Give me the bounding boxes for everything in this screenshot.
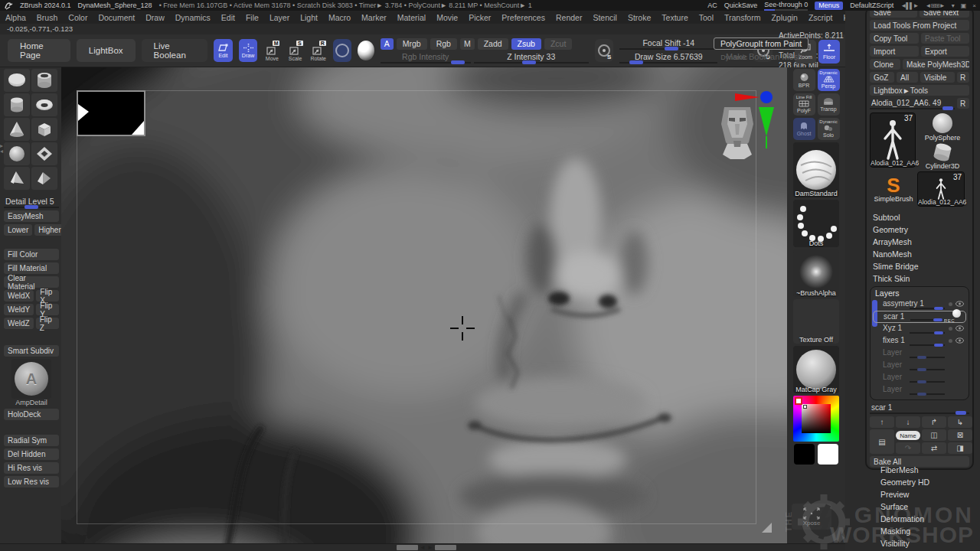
eye-icon[interactable] — [956, 337, 964, 344]
see-through-slider[interactable]: See-through 0 — [764, 1, 808, 11]
section-visibility[interactable]: Visibility — [877, 537, 933, 549]
primitive-cylinder-thumb[interactable] — [4, 93, 30, 116]
menu-draw[interactable]: Draw — [140, 13, 170, 22]
layer-up-button[interactable]: ↑ — [870, 416, 894, 428]
focal-shift-handle[interactable] — [665, 47, 678, 51]
brush-spinner-icon[interactable]: ◄▌▌► — [900, 2, 918, 9]
menu-movie[interactable]: Movie — [431, 13, 463, 22]
section-geometry-hd[interactable]: Geometry HD — [877, 476, 933, 488]
current-texture-thumb[interactable]: Texture Off — [793, 299, 839, 344]
layer-down-button[interactable]: ↓ — [896, 416, 920, 428]
layer-delete-button[interactable]: ⊠ — [948, 429, 972, 441]
make-polymesh3d-button[interactable]: Make PolyMesh3D — [903, 59, 969, 70]
eye-icon[interactable] — [956, 301, 964, 307]
menu-marker[interactable]: Marker — [356, 13, 392, 22]
home-page-button[interactable]: Home Page — [8, 39, 70, 62]
edit-mode-button[interactable]: Edit — [214, 39, 233, 62]
layer-duplicate-button[interactable]: ◫ — [922, 429, 946, 441]
del-hidden-button[interactable]: Del Hidden — [4, 448, 59, 460]
primitive-tube-thumb[interactable] — [31, 69, 57, 92]
primitive-cube-thumb[interactable] — [31, 118, 57, 141]
paste-tool-button[interactable]: Paste Tool — [921, 33, 969, 44]
menu-transform[interactable]: Transform — [719, 13, 766, 22]
menu-render[interactable]: Render — [550, 13, 587, 22]
export-button[interactable]: Export — [921, 46, 969, 57]
solo-button[interactable]: Dynamic Solo — [818, 118, 840, 140]
layer-name-button[interactable]: Name — [896, 431, 920, 440]
eye-icon[interactable] — [956, 325, 964, 331]
alodia-small-thumb[interactable]: 37 Alodia_012_AA6 — [917, 171, 965, 207]
floor-grid-button[interactable]: Floor — [818, 40, 840, 64]
section-masking[interactable]: Masking — [877, 525, 933, 537]
layer-intensity-slider[interactable]: scar 1 — [870, 403, 969, 414]
menu-brush[interactable]: Brush — [31, 13, 63, 22]
document-spinner-icon[interactable]: ◄⊞⊞► — [926, 2, 945, 9]
menu-document[interactable]: Document — [93, 13, 140, 22]
fill-material-button[interactable]: Fill Material — [4, 262, 59, 274]
section-deformation[interactable]: Deformation — [877, 513, 933, 525]
lightbox-tools-button[interactable]: Lightbox►Tools — [870, 85, 969, 96]
live-boolean-button[interactable]: Live Boolean — [142, 39, 208, 62]
menu-layer[interactable]: Layer — [264, 13, 295, 22]
simplebrush-tool-thumb[interactable]: S SimpleBrush — [870, 171, 917, 207]
move-mode-button[interactable]: M Move — [263, 41, 280, 61]
detail-level-slider[interactable]: Detail Level 5 — [4, 197, 59, 208]
menu-alpha[interactable]: Alpha — [0, 13, 31, 22]
goz-all-button[interactable]: All — [897, 72, 918, 83]
section-thick-skin[interactable]: Thick Skin — [870, 272, 969, 285]
see-through-handle[interactable] — [764, 9, 775, 11]
layer-invert-button[interactable]: ↷ — [896, 442, 920, 454]
active-tool-slider[interactable]: Alodia_012_AA6. 49 — [870, 98, 955, 109]
cylinder3d-tool-thumb[interactable]: Cylinder3D — [917, 142, 968, 170]
menu-light[interactable]: Light — [295, 13, 323, 22]
menu-macro[interactable]: Macro — [323, 13, 356, 22]
draw-size-handle[interactable] — [629, 60, 643, 64]
menu-preferences[interactable]: Preferences — [496, 13, 550, 22]
sculptris-pro-button[interactable] — [333, 39, 352, 62]
main-color-swatch[interactable] — [794, 444, 815, 465]
ghost-button[interactable]: Ghost — [793, 118, 815, 140]
layer-split-button[interactable]: ↳ — [948, 416, 972, 428]
primitive-cone-thumb[interactable] — [4, 118, 30, 141]
restore-window-icon[interactable]: ▣ — [961, 2, 966, 9]
clone-button[interactable]: Clone — [870, 59, 900, 70]
menu-texture[interactable]: Texture — [656, 13, 693, 22]
transp-button[interactable]: Transp — [818, 93, 840, 116]
smart-subdiv-button[interactable]: Smart Subdiv — [4, 345, 59, 357]
quicksave-button[interactable]: QuickSave — [724, 2, 758, 9]
radial-sym-button[interactable]: Radial Sym — [4, 435, 59, 446]
canvas-resize-grip[interactable] — [762, 523, 772, 533]
polysphere-tool-thumb[interactable]: PolySphere — [917, 112, 968, 142]
close-window-icon[interactable]: × — [972, 2, 975, 9]
active-tool-slider-handle[interactable] — [942, 106, 953, 110]
xpose-button[interactable]: Xpose — [792, 504, 831, 530]
menu-material[interactable]: Material — [392, 13, 431, 22]
zadd-button[interactable]: Zadd — [478, 38, 508, 50]
layer-row-fixes[interactable]: fixes 1 — [873, 335, 966, 347]
menu-picker[interactable]: Picker — [463, 13, 496, 22]
current-alpha-thumb[interactable]: ~BrushAlpha — [793, 249, 839, 297]
current-material-thumb[interactable]: MatCap Gray — [793, 346, 839, 393]
rgb-intensity-slider[interactable]: Rgb Intensity — [381, 52, 471, 64]
menu-tool[interactable]: Tool — [694, 13, 719, 22]
sculpt-viewport[interactable] — [61, 67, 787, 543]
menus-toggle-button[interactable]: Menus — [815, 2, 843, 10]
rotate-mode-button[interactable]: R Rotate — [310, 41, 327, 61]
goz-r-button[interactable]: R — [957, 72, 969, 83]
lowres-vis-button[interactable]: Low Res vis — [4, 476, 59, 487]
flipx-button[interactable]: Flip X — [36, 290, 59, 302]
layer-row-empty-3[interactable]: Layer — [873, 372, 966, 384]
minimize-icon[interactable]: ▾ — [952, 2, 954, 9]
layer-row-empty-2[interactable]: Layer — [873, 360, 966, 372]
detail-level-handle[interactable] — [24, 205, 38, 209]
persp-button[interactable]: Dynamic Persp — [818, 69, 840, 91]
layer-half-button[interactable]: ◨ — [948, 442, 972, 454]
menu-edit[interactable]: Edit — [216, 13, 240, 22]
tray-collapse-arrows[interactable]: ▸◂ — [0, 143, 3, 154]
primitive-torus-thumb[interactable] — [31, 93, 57, 116]
z-intensity-handle[interactable] — [522, 60, 536, 64]
section-slime-bridge[interactable]: Slime Bridge — [870, 260, 969, 272]
draw-size-slider[interactable]: Draw Size 6.57639 — [619, 52, 717, 64]
fill-color-button[interactable]: Fill Color — [4, 249, 59, 260]
holodeck-button[interactable]: HoloDeck — [4, 409, 59, 420]
